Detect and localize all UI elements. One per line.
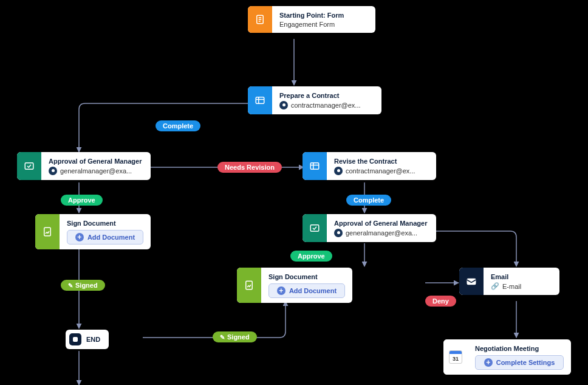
pill-signed: Signed — [61, 280, 105, 291]
node-negotiation-meeting[interactable]: 31 Negotiation Meeting +Complete Setting… — [443, 339, 571, 375]
node-title: Sign Document — [268, 272, 345, 281]
check-doc-icon — [303, 214, 327, 242]
user-icon — [334, 167, 343, 175]
end-label: END — [86, 336, 100, 343]
pen-icon — [68, 282, 73, 289]
svg-rect-14 — [467, 278, 476, 285]
plus-icon: + — [277, 286, 285, 295]
mail-icon — [459, 268, 484, 295]
form-icon — [248, 6, 272, 33]
node-title: Approval of General Manager — [49, 157, 143, 165]
sign-icon — [35, 214, 60, 249]
pill-deny: Deny — [425, 296, 456, 307]
node-subtitle: contractmanager@ex... — [279, 101, 374, 109]
node-sign-document-2[interactable]: Sign Document +Add Document — [237, 268, 352, 303]
user-icon — [279, 101, 288, 109]
node-approval-gm-2[interactable]: Approval of General Manager generalmanag… — [303, 214, 436, 242]
node-title: Starting Point: Form — [279, 11, 368, 19]
pill-signed: Signed — [213, 331, 257, 342]
node-title: Approval of General Manager — [334, 219, 429, 227]
node-subtitle: contractmanager@ex... — [334, 167, 429, 175]
node-sign-document-1[interactable]: Sign Document +Add Document — [35, 214, 151, 249]
svg-rect-7 — [25, 163, 33, 170]
check-doc-icon — [17, 152, 41, 180]
stop-icon — [69, 333, 81, 345]
complete-settings-button[interactable]: +Complete Settings — [475, 355, 564, 370]
svg-rect-4 — [256, 97, 264, 104]
table-icon — [248, 86, 272, 114]
node-starting-point[interactable]: Starting Point: Form Engagement Form — [248, 6, 375, 33]
pill-approve: Approve — [290, 251, 332, 262]
user-icon — [334, 229, 343, 237]
node-subtitle: generalmanager@exa... — [334, 229, 429, 237]
sign-icon — [237, 268, 261, 303]
pen-icon — [220, 333, 225, 341]
node-prepare-contract[interactable]: Prepare a Contract contractmanager@ex... — [248, 86, 381, 114]
pill-approve: Approve — [61, 195, 103, 206]
add-document-button[interactable]: +Add Document — [268, 283, 345, 298]
node-subtitle: generalmanager@exa... — [49, 167, 143, 175]
svg-rect-13 — [246, 281, 253, 290]
link-icon — [491, 282, 499, 290]
calendar-icon: 31 — [443, 339, 468, 375]
pill-complete: Complete — [156, 120, 200, 131]
svg-rect-11 — [44, 227, 51, 236]
svg-rect-8 — [310, 163, 319, 170]
node-approval-gm-1[interactable]: Approval of General Manager generalmanag… — [17, 152, 151, 180]
user-icon — [49, 167, 57, 175]
svg-rect-12 — [310, 225, 319, 232]
node-title: Email — [491, 272, 559, 281]
connector-lines — [0, 0, 588, 385]
node-end[interactable]: END — [66, 330, 109, 349]
add-document-button[interactable]: +Add Document — [67, 230, 143, 245]
table-icon — [303, 152, 327, 180]
node-revise-contract[interactable]: Revise the Contract contractmanager@ex..… — [303, 152, 436, 180]
node-email[interactable]: Email E-mail — [459, 268, 559, 295]
plus-icon: + — [484, 358, 493, 367]
node-title: Prepare a Contract — [279, 91, 374, 100]
node-subtitle: Engagement Form — [279, 21, 368, 28]
node-title: Negotiation Meeting — [475, 344, 564, 353]
pill-complete: Complete — [346, 195, 391, 206]
node-subtitle: E-mail — [491, 282, 559, 290]
node-title: Sign Document — [67, 219, 143, 227]
pill-needs-revision: Needs Revision — [217, 162, 282, 173]
plus-icon: + — [75, 233, 84, 241]
node-title: Revise the Contract — [334, 157, 429, 165]
